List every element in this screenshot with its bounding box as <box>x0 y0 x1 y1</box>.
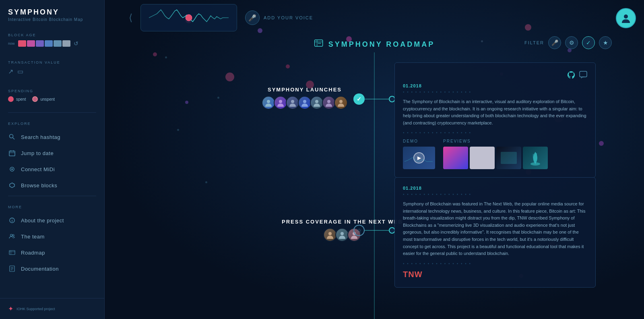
preview-thumbs <box>443 147 548 169</box>
waveform-svg <box>149 8 229 28</box>
svg-point-21 <box>186 14 192 21</box>
previews-label: PREVIEWS <box>443 139 548 143</box>
filter-gear-button[interactable]: ⚙ <box>565 36 578 49</box>
demo-thumb[interactable]: ▶ <box>403 147 435 169</box>
svg-rect-2 <box>9 151 15 156</box>
event-2-line <box>365 230 389 231</box>
card-2-description: Symphony of Blockchain was featured in T… <box>403 201 587 257</box>
roadmap-header: SYMPHONY ROADMAP <box>314 38 435 50</box>
avatar-2 <box>274 96 287 110</box>
svg-point-33 <box>339 100 343 103</box>
roadmap-icon <box>8 249 16 257</box>
docs-icon <box>8 265 16 273</box>
card-1-dots-2: • • • • • • • • • • • • • • • • • <box>403 130 587 135</box>
iohk-logo-icon: ✦ <box>8 305 13 313</box>
team-icon <box>8 232 16 240</box>
spent-label: spent <box>16 97 26 102</box>
info-icon <box>8 216 16 224</box>
svg-point-27 <box>267 100 270 103</box>
svg-point-31 <box>315 100 318 103</box>
tx-value-label: TRANSACTION VALUE <box>8 60 96 64</box>
color-block-5[interactable] <box>54 40 62 47</box>
main-content: ⟨ 🎤 ADD YOUR VOICE <box>105 0 644 319</box>
svg-marker-8 <box>10 183 14 188</box>
svg-point-38 <box>341 232 344 235</box>
search-hashtag-label: Search hashtag <box>21 134 60 140</box>
color-block-2[interactable] <box>27 40 35 47</box>
github-icon[interactable] <box>567 71 575 81</box>
roadmap-label: Roadmap <box>21 250 45 256</box>
event-1-avatars <box>262 96 348 110</box>
tx-value-row: ↗ ▭ <box>8 68 96 75</box>
preview-thumb-3[interactable] <box>496 147 521 169</box>
unspent-dot <box>32 96 38 102</box>
preview-thumb-2[interactable] <box>470 147 495 169</box>
color-block-3[interactable] <box>36 40 44 47</box>
roadmap-title: SYMPHONY ROADMAP <box>328 40 435 49</box>
left-arrow-icon: ⟨ <box>129 12 132 23</box>
unspent-label: unspent <box>40 97 55 102</box>
more-label: MORE <box>0 202 104 209</box>
filter-mic-button[interactable]: 🎤 <box>548 36 561 49</box>
card-1-date: 01.2018 <box>403 83 587 88</box>
avatar-3 <box>286 96 299 110</box>
block-age-row: now ↺ <box>8 40 96 47</box>
card-1-icons <box>403 71 587 81</box>
sidebar-item-connect-midi[interactable]: Connect MiDi <box>0 161 104 177</box>
sidebar-item-roadmap[interactable]: Roadmap <box>0 244 104 261</box>
app-logo: SYMPHONY <box>8 8 96 17</box>
chat-icon[interactable] <box>579 71 587 81</box>
info-card-1: 01.2018 • • • • • • • • • • • • • • • • … <box>394 62 596 178</box>
filter-check-button[interactable]: ✓ <box>582 36 595 49</box>
info-card-2: 01.2018 • • • • • • • • • • • • • • • • … <box>394 177 596 288</box>
svg-point-30 <box>303 100 306 103</box>
color-block-1[interactable] <box>18 40 26 47</box>
svg-point-32 <box>327 100 330 103</box>
color-block-6[interactable] <box>62 40 70 47</box>
tnw-logo: TNW <box>403 270 587 279</box>
event-1-left: SYMPHONY LAUNCHES <box>262 87 348 110</box>
svg-point-29 <box>291 100 294 103</box>
svg-point-22 <box>624 14 628 19</box>
filter-bar: FILTER 🎤 ⚙ ✓ ★ <box>524 36 612 49</box>
avatar-4 <box>298 96 312 110</box>
svg-point-37 <box>328 232 332 235</box>
svg-point-13 <box>12 234 14 236</box>
avatar-b1 <box>323 228 337 242</box>
event-1-check-icon: ✓ <box>353 93 365 105</box>
preview-thumb-1[interactable] <box>443 147 468 169</box>
reset-icon[interactable]: ↺ <box>74 40 78 47</box>
divider-1 <box>8 112 96 113</box>
sidebar-item-search-hashtag[interactable]: Search hashtag <box>0 129 104 145</box>
spent-item: spent <box>8 96 26 102</box>
divider-2 <box>8 196 96 196</box>
jump-to-date-label: Jump to date <box>21 150 54 156</box>
svg-line-1 <box>13 138 15 140</box>
preview-thumb-4[interactable] <box>523 147 548 169</box>
sidebar-item-the-team[interactable]: The team <box>0 228 104 244</box>
avatar-7 <box>334 96 348 110</box>
user-avatar[interactable] <box>616 8 636 28</box>
top-bar: ⟨ 🎤 ADD YOUR VOICE <box>129 4 620 31</box>
mic-area: 🎤 ADD YOUR VOICE <box>245 10 313 25</box>
unspent-item: unspent <box>32 96 55 102</box>
color-block-4[interactable] <box>45 40 53 47</box>
spending-label: SPENDING <box>8 89 96 93</box>
svg-point-0 <box>10 135 13 138</box>
midi-icon <box>8 165 16 173</box>
filter-star-button[interactable]: ★ <box>599 36 612 49</box>
sidebar-item-about-project[interactable]: About the project <box>0 212 104 228</box>
filter-label: FILTER <box>524 40 544 45</box>
avatar-icon <box>620 12 632 24</box>
sidebar-item-jump-to-date[interactable]: Jump to date <box>0 145 104 161</box>
microphone-icon[interactable]: 🎤 <box>245 10 260 25</box>
sidebar-item-browse-blocks[interactable]: Browse blocks <box>0 177 104 193</box>
sidebar-item-documentation[interactable]: Documentation <box>0 261 104 277</box>
svg-point-11 <box>12 219 12 220</box>
svg-rect-14 <box>9 251 15 255</box>
event-1-connector: ✓ <box>353 93 395 105</box>
svg-point-7 <box>11 168 13 170</box>
avatar-5 <box>310 96 324 110</box>
sidebar: SYMPHONY Interactive Bitcoin Blockchain … <box>0 0 105 319</box>
tx-arrow-icon: ↗ <box>8 68 13 75</box>
